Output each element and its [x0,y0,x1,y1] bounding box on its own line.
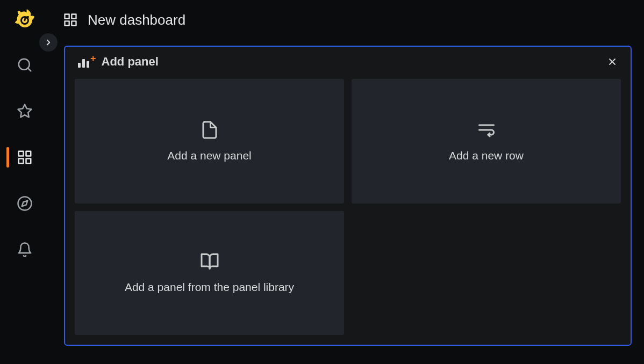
svg-rect-6 [26,159,31,164]
svg-rect-11 [71,14,76,19]
add-panel-header-left: + Add panel [78,55,159,69]
search-icon [17,57,33,73]
svg-marker-3 [18,105,31,118]
bell-icon [17,242,33,258]
page-title: New dashboard [88,12,185,28]
svg-point-8 [18,197,31,210]
add-panel-library-label: Add a panel from the panel library [125,281,294,294]
content: + Add panel Add a new [49,40,644,355]
svg-rect-4 [18,151,23,156]
bar-chart-plus-icon: + [78,56,96,68]
nav-alerting[interactable] [0,241,49,259]
add-panel-options: Add a new panel Add a new row Add [75,79,621,335]
svg-marker-9 [22,201,27,207]
add-panel-header: + Add panel [75,54,621,69]
close-icon [607,56,618,67]
nav-search[interactable] [0,56,49,74]
add-new-row-label: Add a new row [449,149,524,162]
grafana-logo[interactable] [15,10,34,29]
svg-rect-7 [18,159,23,164]
add-panel-card: + Add panel Add a new [64,46,632,346]
nav-starred[interactable] [0,102,49,120]
sidebar-nav [0,56,49,259]
add-panel-title: Add panel [102,55,159,69]
add-new-panel-label: Add a new panel [167,149,251,162]
main-area: New dashboard + Add panel [49,0,644,364]
nav-explore[interactable] [0,194,49,213]
close-button[interactable] [605,54,620,69]
svg-rect-5 [26,151,31,156]
svg-rect-13 [65,21,69,25]
sidebar [0,0,49,364]
book-open-icon [200,252,219,271]
dashboard-icon [63,12,78,27]
file-icon [200,120,219,140]
compass-icon [17,195,33,212]
empty-slot [352,211,621,336]
topbar: New dashboard [49,0,644,40]
dashboard-icon [17,149,33,165]
add-new-row-option[interactable]: Add a new row [352,79,621,203]
sidebar-expand-button[interactable] [39,33,58,52]
svg-rect-12 [71,21,76,25]
wrap-text-icon [477,120,496,140]
add-new-panel-option[interactable]: Add a new panel [75,79,344,203]
svg-line-2 [27,68,30,71]
add-panel-library-option[interactable]: Add a panel from the panel library [75,211,344,336]
nav-dashboards[interactable] [0,148,49,166]
svg-rect-10 [65,14,69,19]
star-icon [17,103,33,119]
